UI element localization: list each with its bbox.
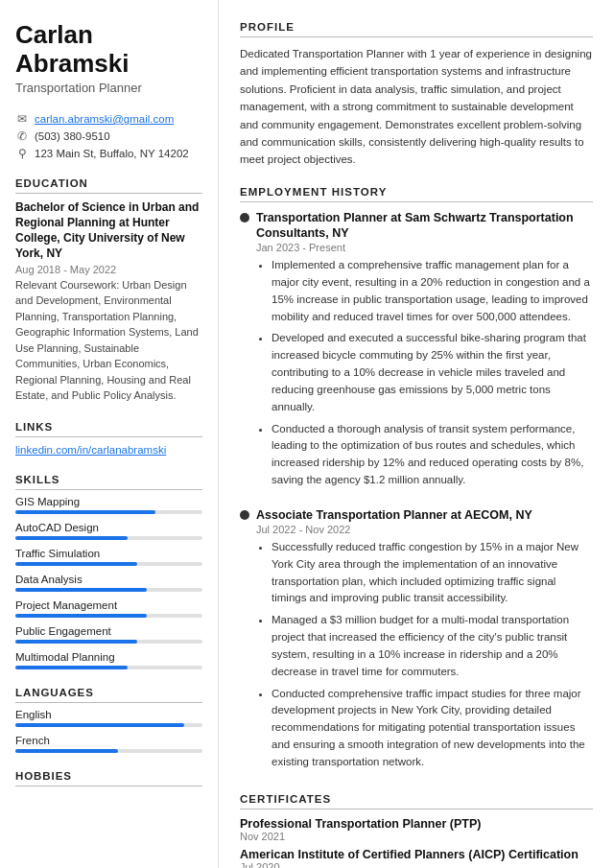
job-1-bullet-3: Conducted a thorough analysis of transit…	[272, 421, 593, 489]
language-french: French	[15, 735, 202, 753]
employment-section-title: EMPLOYMENT HISTORY	[240, 186, 593, 202]
job-1-bullet-1: Implemented a comprehensive traffic mana…	[272, 257, 593, 325]
linkedin-link[interactable]: linkedin.com/in/carlanabramski	[15, 444, 166, 456]
job-2-dates: Jul 2022 - Nov 2022	[256, 524, 593, 535]
skill-data-analysis: Data Analysis	[15, 574, 202, 592]
email-icon: ✉	[15, 112, 29, 126]
phone-icon: ✆	[15, 129, 29, 143]
job-2-dot	[240, 510, 249, 520]
skill-gis-mapping: GIS Mapping	[15, 496, 202, 514]
job-1-bullet-2: Developed and executed a successful bike…	[272, 330, 593, 415]
profile-section-title: PROFILE	[240, 21, 593, 37]
job-1-dates: Jan 2023 - Present	[256, 242, 593, 253]
languages-section-title: LANGUAGES	[15, 687, 202, 703]
location-icon: ⚲	[15, 147, 29, 160]
skill-multimodal-planning: Multimodal Planning	[15, 651, 202, 669]
job-1-title: Transportation Planner at Sam Schwartz T…	[256, 210, 593, 242]
job-2-bullet-1: Successfully reduced traffic congestion …	[272, 539, 593, 607]
education-section-title: EDUCATION	[15, 177, 202, 194]
job-2: Associate Transportation Planner at AECO…	[240, 507, 593, 776]
skills-section-title: SKILLS	[15, 474, 202, 490]
job-2-bullet-2: Managed a $3 million budget for a multi-…	[272, 612, 593, 680]
education-courses: Relevant Coursework: Urban Design and De…	[15, 277, 202, 404]
address: 123 Main St, Buffalo, NY 14202	[35, 148, 189, 159]
candidate-name: Carlan Abramski	[15, 21, 202, 79]
links-section-title: LINKS	[15, 421, 202, 437]
job-2-bullet-3: Conducted comprehensive traffic impact s…	[272, 686, 593, 771]
certificates-section-title: CERTIFICATES	[240, 793, 593, 809]
hobbies-section-title: HOBBIES	[15, 770, 202, 786]
cert-1: Professional Transportation Planner (PTP…	[240, 817, 593, 842]
skill-traffic-simulation: Traffic Simulation	[15, 548, 202, 566]
phone-number: (503) 380-9510	[35, 130, 110, 142]
cert-2: American Institute of Certified Planners…	[240, 848, 593, 868]
profile-text: Dedicated Transportation Planner with 1 …	[240, 45, 593, 169]
email-link[interactable]: carlan.abramski@gmail.com	[35, 113, 174, 125]
job-2-title: Associate Transportation Planner at AECO…	[256, 507, 593, 523]
skill-autocad-design: AutoCAD Design	[15, 522, 202, 540]
language-english: English	[15, 709, 202, 727]
job-1-dot	[240, 213, 249, 223]
candidate-job-title: Transportation Planner	[15, 81, 202, 95]
job-1: Transportation Planner at Sam Schwartz T…	[240, 210, 593, 494]
skill-public-engagement: Public Engagement	[15, 625, 202, 644]
education-degree: Bachelor of Science in Urban and Regiona…	[15, 199, 202, 262]
skill-project-management: Project Management	[15, 599, 202, 618]
education-dates: Aug 2018 - May 2022	[15, 264, 202, 275]
